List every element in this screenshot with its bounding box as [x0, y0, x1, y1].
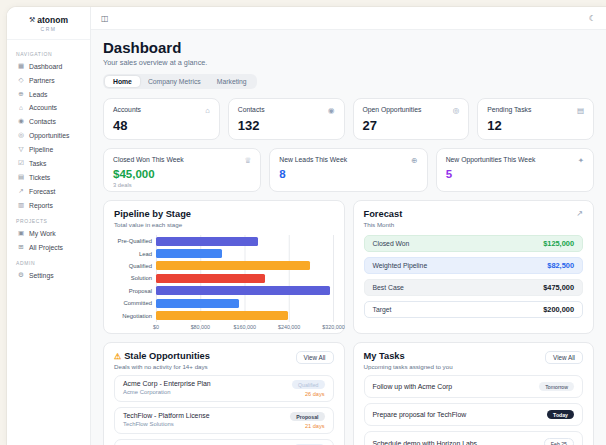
- sidebar-item-label: All Projects: [29, 244, 63, 251]
- warning-icon: ⚠: [114, 352, 121, 361]
- pipeline-bar-chart: Pre-QualifiedLeadQualifiedSolutionPropos…: [114, 235, 334, 322]
- sidebar-item-contacts[interactable]: ◉Contacts: [14, 115, 83, 127]
- sidebar-item-label: Tasks: [29, 160, 46, 167]
- stat-card-accounts: Accounts⌂48: [103, 98, 220, 140]
- highlight-value: $45,000: [113, 168, 251, 180]
- task-item-prepare-proposal-for-techflow[interactable]: Prepare proposal for TechFlowToday: [364, 403, 584, 426]
- stat-card-pending-tasks: Pending Tasks▤12: [477, 98, 594, 140]
- content: Dashboard Your sales overview at a glanc…: [91, 30, 606, 445]
- my-work-icon: ▣: [17, 229, 25, 237]
- chart-bar-pre-qualified[interactable]: [156, 237, 258, 246]
- sidebar-item-my-work[interactable]: ▣My Work: [14, 227, 83, 239]
- user-plus-icon: ⊕: [411, 156, 417, 165]
- sidebar-item-leads[interactable]: ⊕Leads: [14, 88, 83, 100]
- stale-item-acme-corp-enterprise-plan[interactable]: Acme Corp - Enterprise PlanAcme Corporat…: [114, 375, 334, 402]
- sidebar-item-settings[interactable]: ⚙Settings: [14, 269, 83, 281]
- stale-item-title: Acme Corp - Enterprise Plan: [123, 380, 211, 387]
- logo[interactable]: ⚒ atonom CRM: [7, 7, 90, 40]
- stale-opportunities-card: ⚠ Stale Opportunities Deals with no acti…: [103, 342, 345, 445]
- nav-section-label-admin: Admin: [16, 260, 81, 266]
- forecast-row-label: Best Case: [373, 284, 404, 291]
- chart-category-label: Solution: [114, 275, 156, 281]
- pipeline-chart-title: Pipeline by Stage: [114, 209, 334, 219]
- stat-value: 27: [363, 118, 460, 133]
- forecast-row-label: Target: [373, 306, 392, 313]
- chart-x-tick: $320,000: [322, 324, 344, 330]
- sidebar-item-tasks[interactable]: ☑Tasks: [14, 157, 83, 169]
- forecast-row-target: Target$200,000: [364, 301, 584, 318]
- stale-list: Acme Corp - Enterprise PlanAcme Corporat…: [114, 375, 334, 445]
- page-subtitle: Your sales overview at a glance.: [103, 58, 594, 67]
- stale-item-company: Acme Corporation: [123, 389, 211, 395]
- highlight-card-top: New Opportunities This Week✦: [446, 156, 584, 165]
- chart-x-tick: $160,000: [234, 324, 256, 330]
- sidebar-item-pipeline[interactable]: ▽Pipeline: [14, 143, 83, 155]
- tab-marketing[interactable]: Marketing: [209, 76, 255, 87]
- tab-home[interactable]: Home: [105, 76, 140, 87]
- chart-bar-qualified[interactable]: [156, 261, 310, 270]
- forecast-row-value: $200,000: [543, 305, 574, 314]
- chart-bar-proposal[interactable]: [156, 286, 330, 295]
- due-badge: Today: [547, 410, 574, 419]
- sidebar-item-label: Accounts: [29, 104, 57, 111]
- due-badge: Feb 25: [544, 438, 574, 445]
- forecast-row-value: $82,500: [547, 261, 574, 270]
- sidebar-item-label: Partners: [29, 77, 55, 84]
- stale-item-techflow-platform-license[interactable]: TechFlow - Platform LicenseTechFlow Solu…: [114, 407, 334, 434]
- chart-bar-track: [156, 235, 334, 247]
- logo-subtitle: CRM: [11, 26, 86, 32]
- stale-item-title: TechFlow - Platform License: [123, 412, 210, 419]
- sidebar-item-label: Settings: [29, 272, 54, 279]
- tasks-icon: ☑: [17, 159, 25, 167]
- stage-badge: Qualified: [292, 380, 324, 389]
- trending-up-icon: ↗: [576, 209, 583, 218]
- stale-item-pinnacle-annual-subscription[interactable]: Pinnacle - Annual SubscriptionPinnacle I…: [114, 439, 334, 445]
- task-title: Follow up with Acme Corp: [373, 383, 453, 390]
- theme-toggle-icon[interactable]: ☾: [589, 14, 596, 23]
- sidebar-item-opportunities[interactable]: ◎Opportunities: [14, 129, 83, 141]
- sidebar-item-accounts[interactable]: ⌂Accounts: [14, 102, 83, 113]
- task-item-follow-up-with-acme-corp[interactable]: Follow up with Acme CorpTomorrow: [364, 375, 584, 398]
- sidebar-item-all-projects[interactable]: ⊞All Projects: [14, 241, 83, 253]
- task-item-schedule-demo-with-horizon-labs[interactable]: Schedule demo with Horizon LabsFeb 25: [364, 431, 584, 445]
- my-tasks-card: My Tasks Upcoming tasks assigned to you …: [353, 342, 595, 445]
- sidebar-item-partners[interactable]: ◇Partners: [14, 74, 83, 86]
- chart-bar-track: [156, 297, 334, 309]
- forecast-row-closed-won: Closed Won$125,000: [364, 235, 584, 252]
- chart-bar-track: [156, 309, 334, 321]
- chart-bar-row: Committed: [114, 297, 334, 309]
- highlight-label: Closed Won This Week: [113, 156, 184, 163]
- stat-label: Contacts: [238, 106, 265, 113]
- tasks-subtitle: Upcoming tasks assigned to you: [364, 363, 453, 370]
- stat-card-top: Contacts◉: [238, 106, 335, 115]
- settings-icon: ⚙: [17, 271, 25, 279]
- sidebar-item-dashboard[interactable]: ▦Dashboard: [14, 60, 83, 72]
- sidebar: ⚒ atonom CRM Navigation▦Dashboard◇Partne…: [7, 7, 91, 445]
- highlight-label: New Opportunities This Week: [446, 156, 536, 163]
- forecast-row-weighted-pipeline: Weighted Pipeline$82,500: [364, 257, 584, 274]
- sidebar-item-reports[interactable]: ▥Reports: [14, 199, 83, 211]
- chart-bar-lead[interactable]: [156, 249, 222, 258]
- sidebar-toggle-icon[interactable]: ◫: [101, 14, 109, 23]
- pipeline-icon: ▽: [17, 145, 25, 153]
- building-icon: ⌂: [205, 106, 210, 115]
- tasks-view-all-button[interactable]: View All: [545, 351, 583, 364]
- chart-x-tick: $240,000: [278, 324, 300, 330]
- stat-value: 132: [238, 118, 335, 133]
- highlight-cards-row: Closed Won This Week♕$45,0003 dealsNew L…: [103, 148, 594, 192]
- topbar: ◫ ☾: [91, 7, 606, 30]
- tab-company-metrics[interactable]: Company Metrics: [140, 76, 209, 87]
- sidebar-item-tickets[interactable]: ▤Tickets: [14, 171, 83, 183]
- chart-bar-committed[interactable]: [156, 299, 239, 308]
- chart-bar-negotiation[interactable]: [156, 311, 288, 320]
- stale-title: Stale Opportunities: [124, 351, 210, 361]
- stale-view-all-button[interactable]: View All: [296, 351, 334, 364]
- all-projects-icon: ⊞: [17, 243, 25, 251]
- opportunities-icon: ◎: [17, 131, 25, 139]
- chart-bar-solution[interactable]: [156, 274, 265, 283]
- pipeline-chart-subtitle: Total value in each stage: [114, 221, 334, 228]
- forecast-icon: ↗: [17, 187, 25, 195]
- stat-card-top: Accounts⌂: [113, 106, 210, 115]
- sidebar-item-forecast[interactable]: ↗Forecast: [14, 185, 83, 197]
- stat-value: 48: [113, 118, 210, 133]
